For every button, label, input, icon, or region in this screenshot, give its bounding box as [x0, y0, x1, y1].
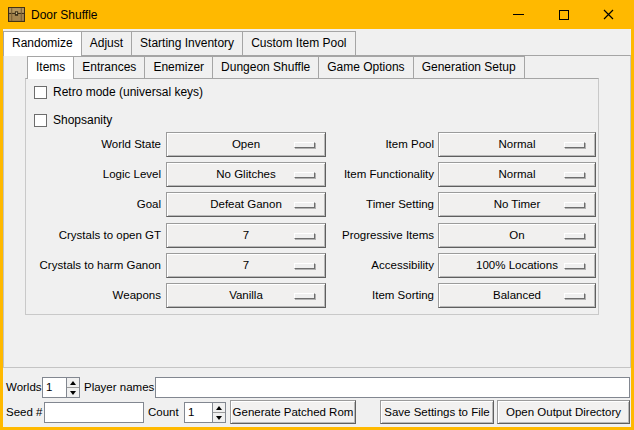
item-functionality-label: Item Functionality	[344, 162, 434, 187]
titlebar[interactable]: Door Shuffle	[0, 0, 634, 29]
arrow-down-icon	[216, 416, 222, 420]
close-icon	[603, 9, 614, 20]
shopsanity-row: Shopsanity	[34, 112, 112, 128]
weapons-label: Weapons	[113, 283, 161, 308]
dropdown-indicator-icon	[294, 233, 315, 239]
count-label: Count	[148, 402, 179, 423]
timer-setting-label: Timer Setting	[366, 192, 434, 217]
window-title: Door Shuffle	[31, 8, 98, 22]
maximize-button[interactable]	[541, 0, 586, 29]
subtab-entrances[interactable]: Entrances	[73, 56, 145, 78]
arrow-up-icon	[70, 381, 76, 385]
count-spinner[interactable]: 1	[184, 402, 226, 423]
tab-adjust[interactable]: Adjust	[81, 31, 132, 55]
worlds-value[interactable]: 1	[43, 378, 66, 397]
progressive-items-label: Progressive Items	[342, 223, 434, 248]
logic-level-dropdown[interactable]: No Glitches	[166, 162, 326, 187]
main-tab-bar: Randomize Adjust Starting Inventory Cust…	[3, 31, 355, 56]
player-names-label: Player names	[84, 377, 154, 398]
retro-mode-checkbox[interactable]	[34, 86, 47, 99]
dropdown-indicator-icon	[564, 293, 585, 299]
minimize-button[interactable]	[496, 0, 541, 29]
option-row: Crystals to harm Ganon 7 Accessibility 1…	[26, 253, 600, 278]
count-increment-button[interactable]	[213, 403, 225, 413]
shopsanity-checkbox[interactable]	[34, 114, 47, 127]
crystals-gt-dropdown[interactable]: 7	[166, 223, 326, 248]
option-row: World State Open Item Pool Normal	[26, 132, 600, 157]
tab-starting-inventory[interactable]: Starting Inventory	[131, 31, 243, 55]
worlds-decrement-button[interactable]	[67, 388, 79, 397]
caption-buttons	[496, 0, 631, 29]
goal-dropdown[interactable]: Defeat Ganon	[166, 192, 326, 217]
player-names-input[interactable]	[155, 377, 630, 398]
subtab-dungeon-shuffle[interactable]: Dungeon Shuffle	[212, 56, 319, 78]
dropdown-indicator-icon	[294, 263, 315, 269]
save-settings-button[interactable]: Save Settings to File	[380, 400, 494, 424]
crystals-gt-label: Crystals to open GT	[59, 223, 161, 248]
worlds-label: Worlds	[6, 377, 42, 398]
dropdown-indicator-icon	[294, 293, 315, 299]
dropdown-indicator-icon	[564, 233, 585, 239]
retro-mode-row: Retro mode (universal keys)	[34, 84, 203, 100]
app-chest-icon	[8, 6, 25, 23]
item-sorting-label: Item Sorting	[372, 283, 434, 308]
option-row: Goal Defeat Ganon Timer Setting No Timer	[26, 192, 600, 217]
seed-label: Seed #	[6, 402, 42, 423]
maximize-icon	[559, 10, 569, 20]
crystals-ganon-label: Crystals to harm Ganon	[40, 253, 161, 278]
subtab-enemizer[interactable]: Enemizer	[144, 56, 213, 78]
generate-patched-rom-button[interactable]: Generate Patched Rom	[230, 400, 356, 424]
minimize-icon	[513, 14, 524, 15]
weapons-dropdown[interactable]: Vanilla	[166, 283, 326, 308]
retro-mode-label: Retro mode (universal keys)	[53, 84, 203, 100]
dropdown-indicator-icon	[294, 142, 315, 148]
item-pool-label: Item Pool	[385, 132, 434, 157]
logic-level-label: Logic Level	[103, 162, 161, 187]
dropdown-indicator-icon	[294, 172, 315, 178]
worlds-spinner[interactable]: 1	[42, 377, 80, 398]
tab-randomize[interactable]: Randomize	[3, 31, 82, 56]
sub-tab-bar: Items Entrances Enemizer Dungeon Shuffle…	[27, 56, 524, 79]
progressive-items-dropdown[interactable]: On	[438, 223, 596, 248]
items-page: Retro mode (universal keys) Shopsanity W…	[25, 78, 599, 315]
tab-custom-item-pool[interactable]: Custom Item Pool	[242, 31, 355, 55]
dropdown-indicator-icon	[564, 263, 585, 269]
goal-label: Goal	[137, 192, 161, 217]
dropdown-indicator-icon	[564, 172, 585, 178]
world-state-label: World State	[101, 132, 161, 157]
timer-setting-dropdown[interactable]: No Timer	[438, 192, 596, 217]
option-row: Crystals to open GT 7 Progressive Items …	[26, 223, 600, 248]
item-sorting-dropdown[interactable]: Balanced	[438, 283, 596, 308]
arrow-up-icon	[216, 406, 222, 410]
subtab-items[interactable]: Items	[27, 56, 74, 79]
accessibility-label: Accessibility	[371, 253, 434, 278]
crystals-ganon-dropdown[interactable]: 7	[166, 253, 326, 278]
open-output-directory-button[interactable]: Open Output Directory	[497, 400, 630, 424]
world-state-dropdown[interactable]: Open	[166, 132, 326, 157]
subtab-generation-setup[interactable]: Generation Setup	[413, 56, 525, 78]
item-pool-dropdown[interactable]: Normal	[438, 132, 596, 157]
accessibility-dropdown[interactable]: 100% Locations	[438, 253, 596, 278]
shopsanity-label: Shopsanity	[53, 112, 112, 128]
subtab-game-options[interactable]: Game Options	[318, 56, 413, 78]
option-row: Weapons Vanilla Item Sorting Balanced	[26, 283, 600, 308]
seed-input[interactable]	[44, 402, 144, 423]
arrow-down-icon	[70, 391, 76, 395]
dropdown-indicator-icon	[564, 202, 585, 208]
item-functionality-dropdown[interactable]: Normal	[438, 162, 596, 187]
option-row: Logic Level No Glitches Item Functionali…	[26, 162, 600, 187]
worlds-increment-button[interactable]	[67, 378, 79, 388]
close-button[interactable]	[586, 0, 631, 29]
count-decrement-button[interactable]	[213, 413, 225, 422]
dropdown-indicator-icon	[564, 142, 585, 148]
dropdown-indicator-icon	[294, 202, 315, 208]
door-shuffle-window: Door Shuffle Randomize Adjust Starting I…	[0, 0, 634, 430]
count-value[interactable]: 1	[185, 403, 212, 422]
